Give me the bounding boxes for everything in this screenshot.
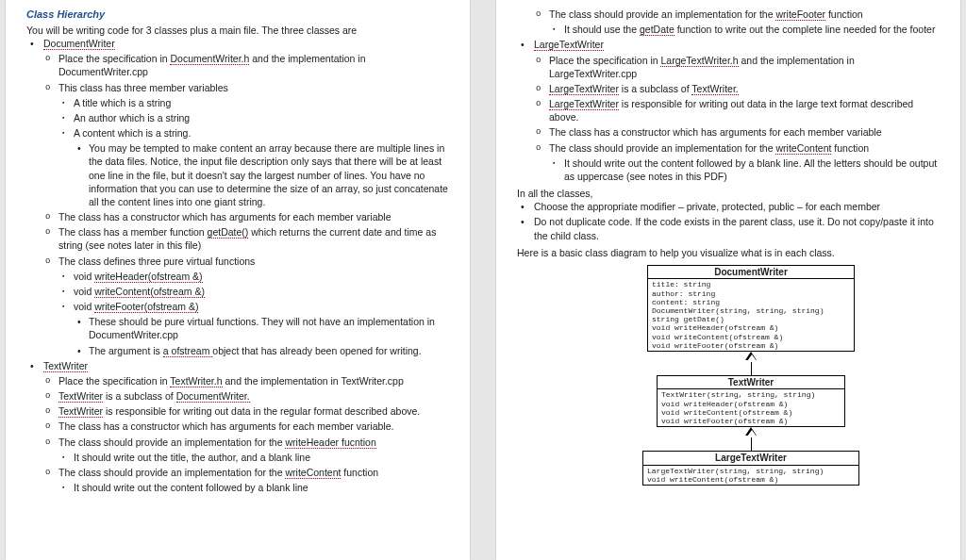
intro-text: You will be writing code for 3 classes p… [26,24,449,37]
dw-member-vars: This class has three member variables [26,81,449,94]
ltw-spec: Place the specification in LargeTextWrit… [517,54,940,80]
right-page: The class should provide an implementati… [496,0,960,560]
dw-mv1: A title which is a string [26,96,449,109]
tw-subclass: TextWriter is a subclass of DocumentWrit… [26,389,449,403]
left-page: Class Hierarchy You will be writing code… [6,0,470,560]
class-diagram: DocumentWriter title: string author: str… [562,265,940,486]
tw-ctor: The class has a constructor which has ar… [26,420,449,433]
uml-ltw-body: LargeTextWriter(string, string, string) … [643,465,859,485]
dw-mv-note: You may be tempted to make content an ar… [26,141,449,208]
tw-spec: Place the specification in TextWriter.h … [26,374,449,387]
tw-writefooter: The class should provide an implementati… [517,8,940,21]
ltw-writecontent: The class should provide an implementati… [517,141,940,155]
dw-pv-note2: The argument is a ofstream object that h… [26,344,449,357]
dw-pv-note1: These should be pure virtual functions. … [26,315,449,341]
ltw-wc-note: It should write out the content followed… [517,156,940,183]
uml-largetextwriter: LargeTextWriter LargeTextWriter(string, … [642,451,859,486]
ltw-subclass: LargeTextWriter is a subclass of TextWri… [517,82,940,95]
tw-resp: TextWriter is responsible for writing ou… [26,404,449,418]
all-modifier: Choose the appropriate modifier – privat… [517,200,940,213]
dw-getdate: The class has a member function getDate(… [26,225,449,252]
diagram-intro: Here is a basic class diagram to help yo… [517,246,940,259]
ltw-ctor: The class has a constructor which has ar… [517,125,940,139]
uml-tw-name: TextWriter [658,375,845,389]
item-documentwriter: DocumentWriter [26,37,449,50]
tw-wh-note: It should write out the title, the autho… [26,451,449,464]
tw-writecontent: The class should provide an implementati… [26,466,449,479]
uml-dw-body: title: string author: string content: st… [648,279,855,352]
tw-writeheader: The class should provide an implementati… [26,436,449,449]
uml-ltw-name: LargeTextWriter [643,452,859,466]
uml-dw-name: DocumentWriter [648,265,855,279]
dw-pv3: void writeFooter(ofstream &) [26,300,449,313]
tw-wc-note: It should write out the content followed… [26,481,449,494]
inheritance-arrow-2 [562,427,940,451]
item-textwriter: TextWriter [26,359,449,372]
dw-purevirtual: The class defines three pure virtual fun… [26,255,449,268]
in-all-classes: In all the classes, [517,187,940,200]
dw-pv2: void writeContent(ofstream &) [26,285,449,298]
ltw-resp: LargeTextWriter is responsible for writi… [517,97,940,124]
uml-textwriter: TextWriter TextWriter(string, string, st… [657,375,845,427]
inheritance-arrow-1 [562,352,940,375]
item-largetextwriter: LargeTextWriter [517,38,940,51]
all-dup: Do not duplicate code. If the code exist… [517,215,940,241]
dw-mv2: An author which is a string [26,111,449,124]
page-title: Class Hierarchy [26,8,449,22]
uml-tw-body: TextWriter(string, string, string) void … [658,389,845,427]
uml-documentwriter: DocumentWriter title: string author: str… [647,265,855,352]
dw-mv3: A content which is a string. [26,126,449,140]
dw-ctor: The class has a constructor which has ar… [26,210,449,223]
dw-spec: Place the specification in DocumentWrite… [26,52,449,78]
tw-wf-note: It should use the getDate function to wr… [517,23,940,36]
dw-pv1: void writeHeader(ofstream &) [26,270,449,283]
